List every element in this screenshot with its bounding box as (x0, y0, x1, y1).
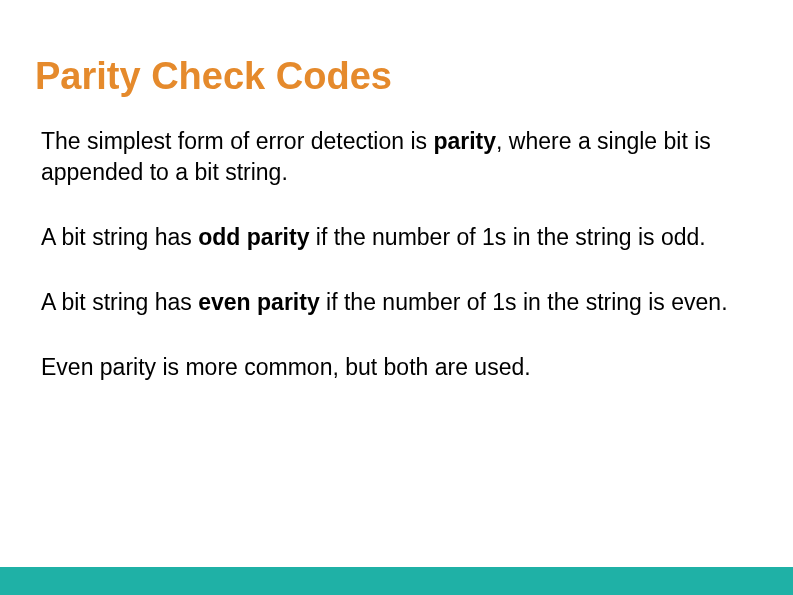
p3-post: if the number of 1s in the string is eve… (320, 289, 728, 315)
paragraph-1: The simplest form of error detection is … (41, 126, 728, 188)
paragraph-4: Even parity is more common, but both are… (41, 352, 728, 383)
p2-keyword: odd parity (198, 224, 309, 250)
p3-keyword: even parity (198, 289, 319, 315)
slide-title: Parity Check Codes (35, 55, 758, 98)
p1-pre: The simplest form of error detection is (41, 128, 433, 154)
slide: Parity Check Codes The simplest form of … (0, 0, 793, 595)
p2-post: if the number of 1s in the string is odd… (309, 224, 705, 250)
p2-pre: A bit string has (41, 224, 198, 250)
p3-pre: A bit string has (41, 289, 198, 315)
footer-bar (0, 567, 793, 595)
slide-body: The simplest form of error detection is … (35, 126, 758, 383)
paragraph-3: A bit string has even parity if the numb… (41, 287, 728, 318)
p1-keyword: parity (433, 128, 496, 154)
paragraph-2: A bit string has odd parity if the numbe… (41, 222, 728, 253)
